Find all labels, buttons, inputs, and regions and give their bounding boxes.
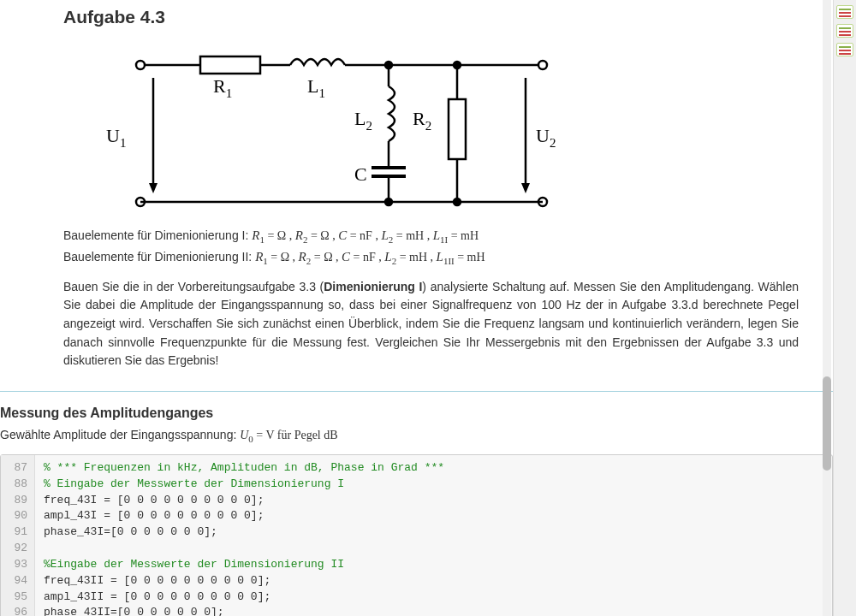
task-instructions: Bauen Sie die in der Vorbereitungsaufgab… [63,278,799,370]
svg-text:U1: U1 [106,125,126,150]
page-thumb[interactable] [836,24,853,38]
svg-text:L1: L1 [307,75,325,100]
notebook-cell[interactable]: Messung des Amplitudenganges Gewählte Am… [0,391,833,616]
params-dim-2: Bauelemente für Dimenionierung II: R1 = … [63,250,799,266]
scrollbar[interactable] [823,0,831,616]
svg-text:L2: L2 [354,108,372,133]
svg-text:U2: U2 [536,125,556,150]
document-main: Aufgabe 4.3 [0,0,834,616]
params-dim-1: Bauelemente für Dimenionierung I: R1 = Ω… [63,228,799,245]
svg-point-4 [136,61,145,69]
svg-marker-25 [521,183,530,193]
code-input[interactable]: 87 88 89 90 91 92 93 94 95 96 97 % *** F… [0,454,833,616]
thumbnail-sidebar [834,0,856,616]
svg-rect-1 [200,56,260,74]
svg-text:C: C [354,163,367,185]
code-text[interactable]: % *** Frequenzen in kHz, Amplituden in d… [35,455,832,616]
scroll-thumb[interactable] [823,376,831,471]
svg-marker-23 [149,183,158,193]
svg-point-6 [538,61,547,69]
page-thumb[interactable] [836,43,853,56]
circuit-diagram: U1 R1 L1 L2 C R2 U2 [89,39,799,213]
line-gutter: 87 88 89 90 91 92 93 94 95 96 97 [1,455,35,616]
page-thumb[interactable] [836,5,853,19]
svg-text:R1: R1 [213,75,232,100]
svg-rect-20 [449,99,466,159]
cell-title: Messung des Amplitudenganges [0,406,833,421]
task-heading: Aufgabe 4.3 [63,7,799,27]
svg-text:R2: R2 [413,108,431,133]
amplitude-line: Gewählte Amplitude der Eingangsspannung:… [0,428,833,444]
